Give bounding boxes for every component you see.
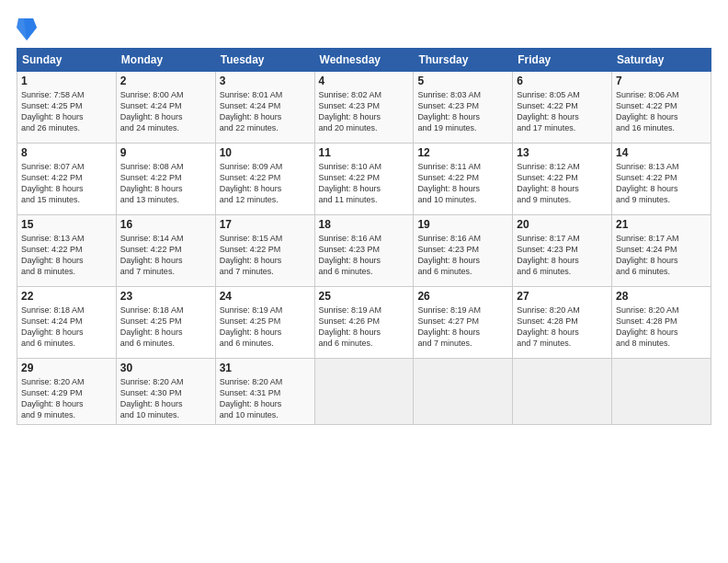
calendar-cell: 12Sunrise: 8:11 AM Sunset: 4:22 PM Dayli… <box>414 144 513 215</box>
day-number: 22 <box>21 290 112 303</box>
day-info: Sunrise: 8:08 AM Sunset: 4:22 PM Dayligh… <box>120 161 211 206</box>
day-info: Sunrise: 8:20 AM Sunset: 4:30 PM Dayligh… <box>120 376 211 421</box>
day-info: Sunrise: 8:19 AM Sunset: 4:25 PM Dayligh… <box>220 304 311 350</box>
day-number: 28 <box>616 290 707 303</box>
day-info: Sunrise: 8:12 AM Sunset: 4:22 PM Dayligh… <box>517 161 608 206</box>
weekday-header-tuesday: Tuesday <box>215 49 314 72</box>
calendar-cell: 6Sunrise: 8:05 AM Sunset: 4:22 PM Daylig… <box>513 72 612 144</box>
day-info: Sunrise: 8:05 AM Sunset: 4:22 PM Dayligh… <box>517 89 608 134</box>
day-number: 26 <box>417 290 508 303</box>
calendar-cell: 18Sunrise: 8:16 AM Sunset: 4:23 PM Dayli… <box>314 215 414 287</box>
day-number: 14 <box>616 146 707 159</box>
calendar-cell: 23Sunrise: 8:18 AM Sunset: 4:25 PM Dayli… <box>116 287 215 359</box>
day-info: Sunrise: 8:20 AM Sunset: 4:31 PM Dayligh… <box>220 376 311 421</box>
calendar-cell <box>513 359 612 425</box>
day-number: 27 <box>517 290 608 303</box>
day-info: Sunrise: 8:09 AM Sunset: 4:22 PM Dayligh… <box>220 161 311 206</box>
calendar-cell: 24Sunrise: 8:19 AM Sunset: 4:25 PM Dayli… <box>215 287 314 359</box>
day-number: 2 <box>120 75 211 87</box>
calendar-cell: 29Sunrise: 8:20 AM Sunset: 4:29 PM Dayli… <box>17 359 117 425</box>
day-number: 21 <box>616 218 707 231</box>
day-number: 18 <box>319 218 410 231</box>
calendar-cell: 3Sunrise: 8:01 AM Sunset: 4:24 PM Daylig… <box>215 72 314 144</box>
day-info: Sunrise: 8:15 AM Sunset: 4:22 PM Dayligh… <box>220 233 311 278</box>
day-info: Sunrise: 8:18 AM Sunset: 4:25 PM Dayligh… <box>120 304 211 350</box>
calendar-week-4: 22Sunrise: 8:18 AM Sunset: 4:24 PM Dayli… <box>17 287 711 359</box>
day-number: 8 <box>21 146 112 159</box>
calendar-cell: 13Sunrise: 8:12 AM Sunset: 4:22 PM Dayli… <box>513 144 612 215</box>
calendar-week-5: 29Sunrise: 8:20 AM Sunset: 4:29 PM Dayli… <box>17 359 711 425</box>
calendar-cell: 4Sunrise: 8:02 AM Sunset: 4:23 PM Daylig… <box>314 72 414 144</box>
day-number: 5 <box>417 75 508 87</box>
day-number: 24 <box>220 290 311 303</box>
day-number: 9 <box>120 146 211 159</box>
weekday-header-row: SundayMondayTuesdayWednesdayThursdayFrid… <box>17 49 711 72</box>
calendar-cell: 7Sunrise: 8:06 AM Sunset: 4:22 PM Daylig… <box>612 72 711 144</box>
day-info: Sunrise: 8:06 AM Sunset: 4:22 PM Dayligh… <box>616 89 707 134</box>
calendar-cell: 17Sunrise: 8:15 AM Sunset: 4:22 PM Dayli… <box>215 215 314 287</box>
day-number: 1 <box>21 75 112 87</box>
day-number: 31 <box>220 362 311 374</box>
day-info: Sunrise: 8:18 AM Sunset: 4:24 PM Dayligh… <box>21 304 112 350</box>
weekday-header-sunday: Sunday <box>17 49 117 72</box>
calendar-cell: 31Sunrise: 8:20 AM Sunset: 4:31 PM Dayli… <box>215 359 314 425</box>
weekday-header-monday: Monday <box>116 49 215 72</box>
day-info: Sunrise: 8:16 AM Sunset: 4:23 PM Dayligh… <box>319 233 410 278</box>
calendar-cell: 5Sunrise: 8:03 AM Sunset: 4:23 PM Daylig… <box>414 72 513 144</box>
calendar-cell: 8Sunrise: 8:07 AM Sunset: 4:22 PM Daylig… <box>17 144 117 215</box>
weekday-header-wednesday: Wednesday <box>314 49 414 72</box>
calendar-cell: 2Sunrise: 8:00 AM Sunset: 4:24 PM Daylig… <box>116 72 215 144</box>
logo-icon <box>17 15 37 40</box>
calendar-page: SundayMondayTuesdayWednesdayThursdayFrid… <box>0 0 728 563</box>
day-number: 4 <box>319 75 410 87</box>
day-info: Sunrise: 8:13 AM Sunset: 4:22 PM Dayligh… <box>21 233 112 278</box>
day-info: Sunrise: 8:20 AM Sunset: 4:29 PM Dayligh… <box>21 376 112 421</box>
day-number: 11 <box>319 146 410 159</box>
day-number: 30 <box>120 362 211 374</box>
day-number: 20 <box>517 218 608 231</box>
calendar-cell <box>414 359 513 425</box>
calendar-cell: 21Sunrise: 8:17 AM Sunset: 4:24 PM Dayli… <box>612 215 711 287</box>
day-info: Sunrise: 8:02 AM Sunset: 4:23 PM Dayligh… <box>319 89 410 134</box>
day-number: 29 <box>21 362 112 374</box>
day-info: Sunrise: 8:14 AM Sunset: 4:22 PM Dayligh… <box>120 233 211 278</box>
calendar-cell: 19Sunrise: 8:16 AM Sunset: 4:23 PM Dayli… <box>414 215 513 287</box>
calendar-cell: 20Sunrise: 8:17 AM Sunset: 4:23 PM Dayli… <box>513 215 612 287</box>
logo <box>17 15 40 40</box>
calendar-cell <box>314 359 414 425</box>
day-info: Sunrise: 8:03 AM Sunset: 4:23 PM Dayligh… <box>417 89 508 134</box>
calendar-week-2: 8Sunrise: 8:07 AM Sunset: 4:22 PM Daylig… <box>17 144 711 215</box>
day-info: Sunrise: 8:20 AM Sunset: 4:28 PM Dayligh… <box>616 304 707 350</box>
day-number: 23 <box>120 290 211 303</box>
weekday-header-friday: Friday <box>513 49 612 72</box>
day-info: Sunrise: 8:17 AM Sunset: 4:23 PM Dayligh… <box>517 233 608 278</box>
day-number: 10 <box>220 146 311 159</box>
calendar-cell: 1Sunrise: 7:58 AM Sunset: 4:25 PM Daylig… <box>17 72 117 144</box>
day-number: 25 <box>319 290 410 303</box>
weekday-header-saturday: Saturday <box>612 49 711 72</box>
calendar-cell: 9Sunrise: 8:08 AM Sunset: 4:22 PM Daylig… <box>116 144 215 215</box>
day-number: 15 <box>21 218 112 231</box>
day-number: 16 <box>120 218 211 231</box>
calendar-cell: 26Sunrise: 8:19 AM Sunset: 4:27 PM Dayli… <box>414 287 513 359</box>
calendar-week-3: 15Sunrise: 8:13 AM Sunset: 4:22 PM Dayli… <box>17 215 711 287</box>
day-info: Sunrise: 8:01 AM Sunset: 4:24 PM Dayligh… <box>220 89 311 134</box>
day-info: Sunrise: 8:19 AM Sunset: 4:26 PM Dayligh… <box>319 304 410 350</box>
calendar-cell: 16Sunrise: 8:14 AM Sunset: 4:22 PM Dayli… <box>116 215 215 287</box>
day-info: Sunrise: 8:00 AM Sunset: 4:24 PM Dayligh… <box>120 89 211 134</box>
day-number: 12 <box>417 146 508 159</box>
day-number: 6 <box>517 75 608 87</box>
calendar-cell: 11Sunrise: 8:10 AM Sunset: 4:22 PM Dayli… <box>314 144 414 215</box>
calendar-cell: 28Sunrise: 8:20 AM Sunset: 4:28 PM Dayli… <box>612 287 711 359</box>
day-info: Sunrise: 8:19 AM Sunset: 4:27 PM Dayligh… <box>417 304 508 350</box>
calendar-week-1: 1Sunrise: 7:58 AM Sunset: 4:25 PM Daylig… <box>17 72 711 144</box>
day-info: Sunrise: 7:58 AM Sunset: 4:25 PM Dayligh… <box>21 89 112 134</box>
calendar-cell: 10Sunrise: 8:09 AM Sunset: 4:22 PM Dayli… <box>215 144 314 215</box>
calendar-cell: 30Sunrise: 8:20 AM Sunset: 4:30 PM Dayli… <box>116 359 215 425</box>
day-info: Sunrise: 8:13 AM Sunset: 4:22 PM Dayligh… <box>616 161 707 206</box>
day-number: 3 <box>220 75 311 87</box>
day-number: 7 <box>616 75 707 87</box>
day-number: 19 <box>417 218 508 231</box>
calendar-cell: 22Sunrise: 8:18 AM Sunset: 4:24 PM Dayli… <box>17 287 117 359</box>
day-info: Sunrise: 8:17 AM Sunset: 4:24 PM Dayligh… <box>616 233 707 278</box>
